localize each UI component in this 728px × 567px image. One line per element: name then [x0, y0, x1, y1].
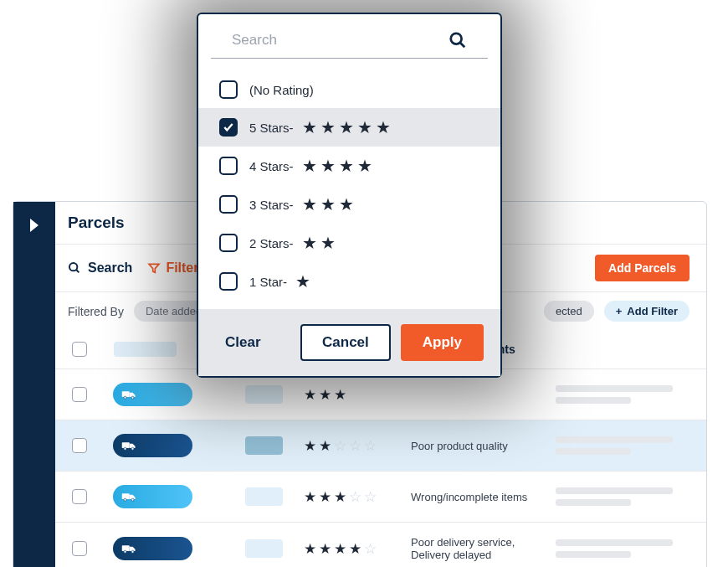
svg-rect-11	[122, 545, 130, 551]
star-icons: ★★★★★	[302, 117, 391, 137]
svg-point-7	[131, 447, 134, 450]
add-parcels-button[interactable]: Add Parcels	[595, 255, 690, 281]
modal-search-input[interactable]	[232, 32, 449, 49]
search-icon[interactable]	[449, 31, 467, 49]
row-placeholder	[556, 385, 673, 404]
rating-filter-modal: (No Rating)5 Stars-★★★★★4 Stars-★★★★3 St…	[197, 13, 502, 378]
rating-stars: ★★☆☆☆	[304, 437, 411, 455]
svg-line-1	[76, 270, 79, 272]
rating-stars: ★★★	[304, 386, 411, 404]
modal-options-list: (No Rating)5 Stars-★★★★★4 Stars-★★★★3 St…	[198, 59, 500, 309]
comment-text: Wrong/incomplete items	[411, 491, 545, 503]
rating-option[interactable]: (No Rating)	[198, 71, 500, 108]
svg-point-4	[131, 396, 134, 399]
svg-rect-2	[122, 391, 130, 397]
option-checkbox[interactable]	[219, 118, 238, 137]
svg-point-10	[131, 498, 134, 501]
svg-point-0	[69, 263, 77, 271]
option-label: 5 Stars-★★★★★	[249, 117, 391, 137]
table-row[interactable]: ★★★★☆Poor delivery service, Delivery del…	[55, 523, 706, 567]
select-all-checkbox[interactable]	[72, 342, 87, 357]
row-checkbox[interactable]	[72, 541, 87, 556]
modal-search-row	[211, 14, 488, 59]
option-checkbox[interactable]	[219, 234, 238, 252]
option-checkbox[interactable]	[219, 272, 238, 291]
option-checkbox[interactable]	[219, 80, 238, 99]
table-row[interactable]: ★★★☆☆Wrong/incomplete items	[55, 472, 706, 523]
comment-text: Poor product quality	[411, 440, 545, 452]
row-placeholder	[556, 487, 673, 506]
svg-point-6	[124, 447, 126, 450]
svg-point-3	[124, 396, 126, 399]
filter-chip[interactable]: ected	[544, 301, 594, 322]
cell-placeholder	[245, 487, 283, 506]
expand-arrow-icon[interactable]	[28, 217, 42, 237]
rating-stars: ★★★☆☆	[304, 488, 411, 506]
search-button[interactable]: Search	[68, 260, 132, 276]
rating-option[interactable]: 4 Stars-★★★★	[198, 147, 500, 185]
option-label: 2 Stars-★★	[249, 233, 336, 253]
cell-placeholder	[245, 385, 283, 404]
apply-button[interactable]: Apply	[401, 324, 484, 361]
option-label: (No Rating)	[249, 83, 314, 97]
comment-text: Poor delivery service, Delivery delayed	[411, 536, 545, 561]
svg-line-18	[460, 43, 465, 48]
status-badge	[113, 383, 192, 406]
svg-rect-8	[122, 493, 130, 499]
rating-option[interactable]: 3 Stars-★★★	[198, 185, 500, 224]
row-checkbox[interactable]	[72, 438, 87, 453]
column-placeholder	[114, 342, 177, 357]
rating-option[interactable]: 2 Stars-★★	[198, 224, 500, 262]
cancel-button[interactable]: Cancel	[300, 324, 391, 361]
star-icons: ★★★★	[302, 156, 372, 176]
svg-point-13	[131, 550, 134, 553]
svg-point-12	[124, 550, 126, 553]
rating-option[interactable]: 1 Star-★	[198, 262, 500, 301]
row-checkbox[interactable]	[72, 489, 87, 504]
star-icons: ★	[295, 271, 310, 291]
row-checkbox[interactable]	[72, 387, 87, 402]
modal-footer: Clear Cancel Apply	[198, 309, 500, 376]
add-filter-button[interactable]: + Add Filter	[604, 301, 690, 322]
filtered-by-label: Filtered By	[68, 305, 124, 318]
row-placeholder	[556, 539, 673, 558]
option-checkbox[interactable]	[219, 195, 238, 214]
filter-button[interactable]: Filter	[147, 260, 198, 276]
rating-stars: ★★★★☆	[304, 540, 411, 558]
option-label: 3 Stars-★★★	[249, 194, 354, 214]
option-checkbox[interactable]	[219, 157, 238, 175]
svg-point-17	[451, 34, 462, 44]
row-placeholder	[556, 436, 673, 455]
add-filter-label: Add Filter	[627, 305, 678, 317]
option-label: 1 Star-★	[249, 271, 310, 291]
status-badge	[113, 434, 192, 457]
status-badge	[113, 485, 192, 508]
table-row[interactable]: ★★☆☆☆Poor product quality	[55, 420, 706, 472]
cell-placeholder	[245, 436, 283, 455]
cell-placeholder	[245, 539, 283, 558]
status-badge	[113, 537, 192, 560]
search-icon	[68, 261, 81, 275]
star-icons: ★★	[302, 233, 336, 253]
star-icons: ★★★	[302, 194, 354, 214]
rating-option[interactable]: 5 Stars-★★★★★	[198, 108, 500, 147]
option-label: 4 Stars-★★★★	[249, 156, 372, 176]
filter-label: Filter	[166, 260, 198, 276]
plus-icon: +	[616, 305, 623, 317]
svg-rect-5	[122, 442, 130, 448]
svg-point-9	[124, 498, 126, 501]
side-rail	[13, 202, 55, 567]
clear-button[interactable]: Clear	[215, 327, 271, 358]
search-label: Search	[88, 260, 132, 276]
filter-icon	[147, 261, 161, 275]
